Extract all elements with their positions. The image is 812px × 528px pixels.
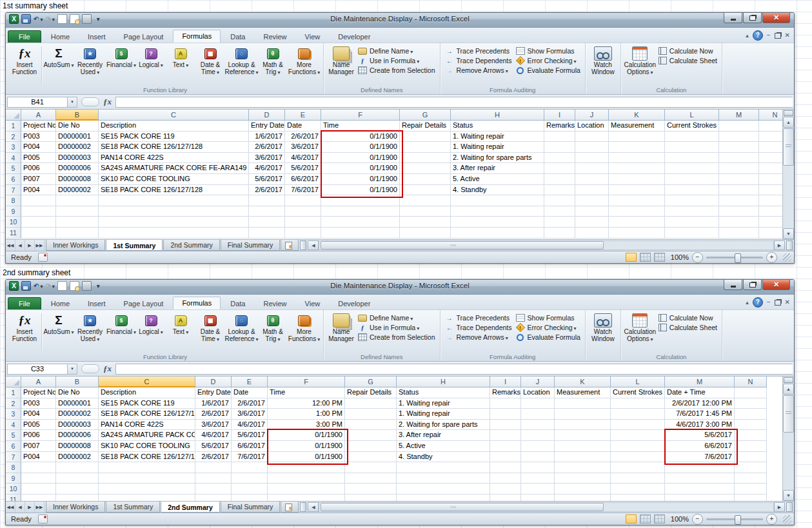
- cell-k11[interactable]: [609, 228, 665, 239]
- collapse-ribbon-icon[interactable]: ▴: [746, 32, 749, 39]
- cell-i7[interactable]: [490, 452, 521, 463]
- cell-i8[interactable]: [490, 462, 521, 473]
- cell-l11[interactable]: [665, 228, 719, 239]
- first-sheet-button[interactable]: ◀◀: [6, 502, 15, 513]
- cell-b3[interactable]: D0000002: [56, 409, 99, 420]
- cell-f4[interactable]: 3:00 PM: [268, 420, 345, 431]
- column-header-l[interactable]: L: [611, 376, 665, 387]
- cell-c4[interactable]: PAN14 CORE 422S: [99, 420, 195, 431]
- tab-home[interactable]: Home: [43, 31, 78, 43]
- cell-h2[interactable]: 1. Waiting repair: [451, 132, 544, 142]
- cell-k11[interactable]: [555, 494, 611, 501]
- cell-f11[interactable]: [268, 494, 345, 501]
- last-sheet-button[interactable]: ▶▶: [35, 502, 45, 513]
- previous-sheet-button[interactable]: ◀: [15, 240, 25, 251]
- cell-k4[interactable]: [555, 420, 611, 431]
- column-header-h[interactable]: H: [397, 376, 490, 387]
- column-header-f[interactable]: F: [268, 376, 345, 387]
- zoom-slider-thumb[interactable]: [735, 253, 741, 263]
- cell-m10[interactable]: [665, 484, 735, 494]
- cell-n6[interactable]: [759, 174, 782, 185]
- normal-view-button[interactable]: [626, 253, 637, 262]
- row-header-6[interactable]: 6: [6, 174, 21, 185]
- cell-i11[interactable]: [544, 228, 575, 239]
- cell-j10[interactable]: [575, 217, 609, 228]
- row-header-7[interactable]: 7: [6, 452, 21, 463]
- cell-j3[interactable]: [575, 142, 609, 153]
- cell-n11[interactable]: [759, 228, 782, 239]
- calculate-now-button[interactable]: Calculate Now: [657, 313, 719, 322]
- date-time-button[interactable]: ▦ Date & Time: [195, 312, 225, 343]
- cell-e1[interactable]: Date: [232, 387, 268, 398]
- cell-b5[interactable]: D0000006: [56, 163, 99, 174]
- cell-e6[interactable]: 6/6/2017: [285, 174, 321, 185]
- sheet-tab-final-summary[interactable]: Final Summary: [221, 502, 281, 513]
- sheet-tab-inner-workings[interactable]: Inner Workings: [46, 502, 105, 513]
- calculation-options-button[interactable]: Calculation Options: [624, 45, 657, 76]
- name-manager-button[interactable]: Name Manager: [326, 312, 356, 342]
- row-header-5[interactable]: 5: [6, 430, 21, 441]
- cell-m1[interactable]: [719, 121, 759, 132]
- last-sheet-button[interactable]: ▶▶: [35, 240, 45, 251]
- cell-e4[interactable]: 4/6/2017: [285, 153, 321, 164]
- cell-n1[interactable]: [759, 121, 782, 132]
- cell-i4[interactable]: [490, 420, 521, 431]
- cell-g1[interactable]: Repair Details: [400, 121, 451, 132]
- vscroll-split-handle[interactable]: [784, 377, 793, 383]
- column-header-g[interactable]: G: [400, 110, 451, 121]
- cell-m3[interactable]: [719, 142, 759, 153]
- cell-g10[interactable]: [345, 484, 397, 494]
- cell-m10[interactable]: [719, 217, 759, 228]
- scroll-down-button[interactable]: ▼: [783, 228, 794, 239]
- column-header-k[interactable]: K: [555, 376, 611, 387]
- cell-h8[interactable]: [451, 195, 544, 206]
- cell-g7[interactable]: [400, 185, 451, 196]
- cell-e6[interactable]: 6/6/2017: [232, 441, 268, 452]
- cell-c1[interactable]: Description: [99, 387, 195, 398]
- cell-m7[interactable]: 7/6/2017: [665, 452, 735, 463]
- cell-d11[interactable]: [249, 228, 285, 239]
- date-time-button[interactable]: ▦ Date & Time: [195, 45, 225, 76]
- cell-b1[interactable]: Die No: [56, 121, 99, 132]
- cell-b8[interactable]: [56, 195, 99, 206]
- cell-k8[interactable]: [555, 462, 611, 473]
- cell-j4[interactable]: [521, 420, 555, 431]
- cell-f4[interactable]: 0/1/1900: [321, 153, 400, 164]
- trace-precedents-button[interactable]: Trace Precedents: [443, 46, 514, 55]
- row-header-10[interactable]: 10: [6, 484, 21, 494]
- tab-file[interactable]: File: [8, 297, 41, 309]
- remove-arrows-button[interactable]: Remove Arrows: [443, 333, 514, 342]
- cell-a9[interactable]: [21, 206, 56, 217]
- cell-m4[interactable]: 4/6/2017 3:00 PM: [665, 420, 735, 431]
- insert-function-button[interactable]: ƒx Insert Function: [10, 312, 39, 342]
- cell-n2[interactable]: [759, 132, 782, 142]
- cell-a1[interactable]: Project No: [21, 121, 56, 132]
- cell-b9[interactable]: [56, 473, 99, 484]
- cell-i8[interactable]: [544, 195, 575, 206]
- cell-c8[interactable]: [99, 462, 195, 473]
- cell-k1[interactable]: Measurement: [609, 121, 665, 132]
- cell-c6[interactable]: SK10 PAC CORE TOOLING: [99, 441, 195, 452]
- cell-c9[interactable]: [99, 206, 249, 217]
- cell-k10[interactable]: [609, 217, 665, 228]
- zoom-slider[interactable]: [706, 518, 763, 520]
- row-header-11[interactable]: 11: [6, 228, 21, 239]
- cell-n4[interactable]: [759, 153, 782, 164]
- tab-view[interactable]: View: [297, 31, 329, 43]
- cell-g3[interactable]: [345, 409, 397, 420]
- cell-h8[interactable]: [397, 462, 490, 473]
- column-header-a[interactable]: A: [21, 376, 56, 387]
- select-all-corner[interactable]: [6, 376, 21, 387]
- cell-l9[interactable]: [611, 473, 665, 484]
- row-header-9[interactable]: 9: [6, 473, 21, 484]
- column-header-m[interactable]: M: [719, 110, 759, 121]
- cell-d2[interactable]: 1/6/2017: [195, 398, 232, 409]
- cell-a8[interactable]: [21, 195, 56, 206]
- cell-h11[interactable]: [397, 494, 490, 501]
- workbook-close-icon[interactable]: ✕: [785, 298, 790, 306]
- trace-precedents-button[interactable]: Trace Precedents: [443, 313, 514, 322]
- cell-c4[interactable]: PAN14 CORE 422S: [99, 153, 249, 164]
- cell-c5[interactable]: SA24S ARMATURE PACK CORE FE-ARA149: [99, 163, 249, 174]
- vscroll-thumb[interactable]: [783, 128, 794, 166]
- recently-used-button[interactable]: ★ Recently Used: [74, 312, 106, 343]
